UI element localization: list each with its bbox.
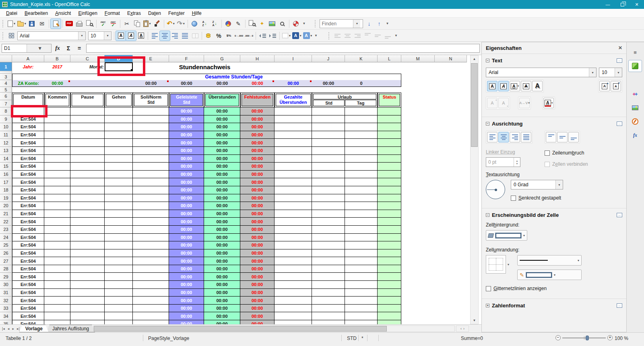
cell-e33[interactable]	[133, 305, 169, 313]
cell-j8[interactable]	[312, 107, 345, 115]
cell-k35[interactable]	[345, 320, 378, 324]
cell-j34[interactable]	[312, 312, 345, 320]
cell-a20[interactable]: Err:504	[12, 202, 44, 210]
align-justify-button[interactable]	[521, 132, 531, 142]
cell-i9[interactable]	[275, 115, 312, 124]
cell-e29[interactable]	[133, 273, 169, 281]
cell-l17[interactable]	[378, 178, 401, 186]
sidebar-italic-button[interactable]: A	[498, 81, 509, 91]
cell-c25[interactable]	[70, 241, 105, 249]
save-button[interactable]	[27, 19, 37, 29]
vertical-scrollbar[interactable]: ▲ ▼	[470, 55, 479, 324]
cell-k10[interactable]	[345, 123, 378, 131]
cell-e13[interactable]	[133, 147, 169, 155]
cell-e15[interactable]	[133, 163, 169, 171]
cell-m33[interactable]	[401, 305, 435, 313]
cell-n11[interactable]	[435, 131, 467, 139]
cell-i14[interactable]	[275, 155, 312, 163]
cell-c16[interactable]	[70, 171, 105, 179]
selected-cell-d1[interactable]	[105, 62, 133, 71]
cell-i17[interactable]	[275, 178, 312, 186]
cell-a35[interactable]: Err:504	[12, 320, 44, 324]
cell-k20[interactable]	[345, 202, 378, 210]
cell-m30[interactable]	[401, 281, 435, 289]
cell-a33[interactable]: Err:504	[12, 305, 44, 313]
collapse-icon[interactable]: −	[486, 122, 489, 126]
cell-a16[interactable]: Err:504	[12, 171, 44, 179]
cell-m22[interactable]	[401, 218, 435, 226]
cell-m20[interactable]	[401, 202, 435, 210]
sidebar-font-color-button[interactable]: A▾	[543, 98, 554, 108]
cell-f33[interactable]: 00:00	[169, 305, 204, 313]
row-header-7[interactable]: 7	[0, 100, 12, 107]
cell-m31[interactable]	[401, 289, 435, 297]
cell-g11[interactable]: 00:00	[204, 131, 240, 139]
cell-h32[interactable]: 00:00	[240, 297, 275, 305]
cell-c21[interactable]	[70, 210, 105, 218]
cell-n18[interactable]	[435, 186, 467, 194]
cell-f24[interactable]: 00:00	[169, 234, 204, 242]
cell-d16[interactable]	[105, 171, 133, 179]
cell-k11[interactable]	[345, 131, 378, 139]
gallery-button[interactable]	[267, 19, 277, 29]
cell-e24[interactable]	[133, 234, 169, 242]
cell-g35[interactable]: 00:00	[204, 320, 240, 324]
cell-g27[interactable]: 00:00	[204, 257, 240, 265]
cell-l11[interactable]	[378, 131, 401, 139]
cell-f19[interactable]: 00:00	[169, 194, 204, 202]
find-input[interactable]	[320, 21, 353, 27]
column-header-a[interactable]: A	[12, 55, 44, 62]
column-header-h[interactable]: H	[240, 55, 275, 62]
cell-m17[interactable]	[401, 178, 435, 186]
cell-a10[interactable]: Err:504	[12, 123, 44, 131]
cell-f11[interactable]: 00:00	[169, 131, 204, 139]
cell-b10[interactable]	[44, 123, 70, 131]
cell-j25[interactable]	[312, 241, 345, 249]
cell-n33[interactable]	[435, 305, 467, 313]
cell-j33[interactable]	[312, 305, 345, 313]
cell-n20[interactable]	[435, 202, 467, 210]
row-header-5[interactable]: 5	[0, 87, 12, 93]
sort-descending-button[interactable]: ZA↓	[210, 19, 220, 29]
cell-n22[interactable]	[435, 218, 467, 226]
cell-k8[interactable]	[345, 107, 378, 115]
cell-j14[interactable]	[312, 155, 345, 163]
row-header-12[interactable]: 12	[0, 139, 12, 147]
cell-n10[interactable]	[435, 123, 467, 131]
cell-g10[interactable]: 00:00	[204, 123, 240, 131]
toolbar-overflow-icon[interactable]: ▼	[394, 34, 398, 37]
find-toolbar-combo[interactable]: ▼	[320, 19, 363, 28]
menu-item-einfügen[interactable]: Einfügen	[74, 10, 101, 17]
cell-c8[interactable]	[70, 107, 105, 115]
sidebar-close-icon[interactable]: ✕	[618, 45, 622, 51]
menu-item-ansicht[interactable]: Ansicht	[52, 10, 74, 17]
cell-n30[interactable]	[435, 281, 467, 289]
cell-k31[interactable]	[345, 289, 378, 297]
cell-m14[interactable]	[401, 155, 435, 163]
cell-g19[interactable]: 00:00	[204, 194, 240, 202]
scroll-down-icon[interactable]: ▼	[471, 317, 478, 324]
cell-g23[interactable]: 00:00	[204, 226, 240, 234]
cell-g4-summary[interactable]: 00:00	[204, 80, 240, 87]
cell-c26[interactable]	[70, 249, 105, 257]
cell-b26[interactable]	[44, 249, 70, 257]
cell-k18[interactable]	[345, 186, 378, 194]
cell-f14[interactable]: 00:00	[169, 155, 204, 163]
cell-b34[interactable]	[44, 312, 70, 320]
cell-h24[interactable]: 00:00	[240, 234, 275, 242]
header-datum[interactable]: Datum	[12, 93, 44, 107]
cell-b19[interactable]	[44, 194, 70, 202]
cell-d17[interactable]	[105, 178, 133, 186]
cell-i16[interactable]	[275, 171, 312, 179]
cell-m23[interactable]	[401, 226, 435, 234]
cell-j30[interactable]	[312, 281, 345, 289]
cell-m35[interactable]	[401, 320, 435, 324]
cell-d20[interactable]	[105, 202, 133, 210]
hyperlink-button[interactable]	[190, 19, 200, 29]
cell-i13[interactable]	[275, 147, 312, 155]
cell-j31[interactable]	[312, 289, 345, 297]
row-header-15[interactable]: 15	[0, 163, 12, 171]
chevron-down-icon[interactable]: ▼	[104, 32, 111, 40]
cell-i20[interactable]	[275, 202, 312, 210]
cell-j22[interactable]	[312, 218, 345, 226]
